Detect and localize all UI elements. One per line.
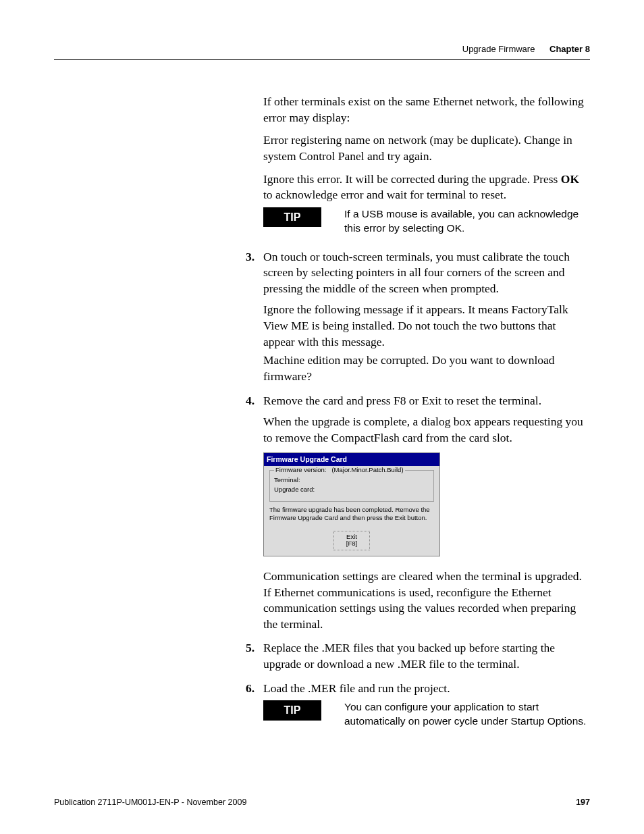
dialog-button-area: Exit [F8] [269,531,434,550]
intro-p3-a: Ignore this error. It will be corrected … [263,172,561,186]
dialog-title-bar: Firmware Upgrade Card [264,453,439,465]
exit-button-line2: [F8] [346,540,357,547]
intro-paragraph-1: If other terminals exist on the same Eth… [263,94,590,126]
header-chapter: Chapter 8 [549,44,590,54]
header-section: Upgrade Firmware [462,44,535,54]
intro-p3-b: to acknowledge error and wait for termin… [263,188,506,201]
step-3: On touch or touch-screen terminals, you … [263,249,590,385]
firmware-upgrade-dialog: Firmware Upgrade Card Firmware version: … [263,452,440,556]
dialog-row-terminal: Terminal: [274,476,429,485]
page-number: 197 [576,798,590,807]
step-6: Load the .MER file and run the project. … [263,681,590,729]
dialog-group-legend: Firmware version: (Major.Minor.Patch.Bui… [274,466,405,475]
ok-bold: OK [561,172,579,186]
step-6-lead: Load the .MER file and run the project. [263,681,450,695]
intro-paragraph-3: Ignore this error. It will be corrected … [263,172,590,203]
step-3-body-1: Ignore the following message if it appea… [263,302,590,350]
tip-text-2: You can configure your application to st… [344,700,590,729]
main-content: If other terminals exist on the same Eth… [263,94,590,729]
steps-list: On touch or touch-screen terminals, you … [263,249,590,729]
tip-text-1: If a USB mouse is available, you can ack… [344,207,590,236]
step-3-lead: On touch or touch-screen terminals, you … [263,250,570,295]
dialog-version-group: Firmware version: (Major.Minor.Patch.Bui… [269,470,434,502]
dialog-row-card: Upgrade card: [274,486,429,494]
upgrade-card-label: Upgrade card: [274,486,327,494]
tip-badge: TIP [263,207,321,228]
error-message-text: Error registering name on network (may b… [263,132,590,164]
page-header: Upgrade Firmware Chapter 8 [54,44,590,54]
step-3-body-2: Machine edition may be corrupted. Do you… [263,353,590,384]
step-5: Replace the .MER files that you backed u… [263,640,590,672]
dialog-message: The firmware upgrade has been completed.… [269,506,434,521]
step-4-after: Communication settings are cleared when … [263,569,590,633]
legend-left: Firmware version: [275,466,327,473]
step-4-lead: Remove the card and press F8 or Exit to … [263,394,541,407]
page-footer: Publication 2711P-UM001J-EN-P - November… [54,798,590,807]
header-rule [54,59,590,60]
legend-right: (Major.Minor.Patch.Build) [331,466,403,473]
tip-block-1: TIP If a USB mouse is available, you can… [263,207,590,236]
step-4: Remove the card and press F8 or Exit to … [263,393,590,633]
publication-id: Publication 2711P-UM001J-EN-P - November… [54,798,246,807]
dialog-body: Firmware version: (Major.Minor.Patch.Bui… [264,466,439,556]
tip-block-2: TIP You can configure your application t… [263,700,590,729]
exit-button-line1: Exit [346,533,357,540]
step-4-body-1: When the upgrade is complete, a dialog b… [263,414,590,446]
step-5-lead: Replace the .MER files that you backed u… [263,641,555,671]
exit-button[interactable]: Exit [F8] [333,531,370,550]
tip-badge-2: TIP [263,700,321,721]
terminal-label: Terminal: [274,476,327,485]
